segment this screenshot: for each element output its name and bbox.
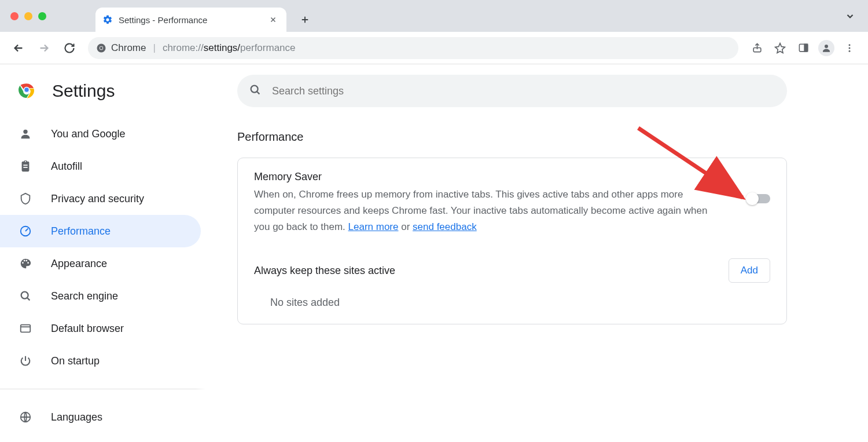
side-panel-button[interactable] xyxy=(793,38,814,59)
always-active-label: Always keep these sites active xyxy=(254,265,395,277)
nav-divider xyxy=(0,389,205,389)
nav-default-browser[interactable]: Default browser xyxy=(0,312,201,345)
memory-saver-toggle[interactable] xyxy=(747,194,770,203)
sidebar: Settings You and Google Autofill Privacy… xyxy=(0,64,205,442)
bookmark-button[interactable] xyxy=(770,38,790,59)
svg-point-18 xyxy=(251,86,258,93)
nav-label: Languages xyxy=(51,411,102,423)
settings-page: Settings You and Google Autofill Privacy… xyxy=(0,64,868,442)
avatar-icon xyxy=(818,40,834,56)
memory-saver-title: Memory Saver xyxy=(254,171,724,183)
palette-icon xyxy=(19,257,32,271)
nav-label: Appearance xyxy=(51,258,107,270)
nav-performance[interactable]: Performance xyxy=(0,215,201,247)
power-icon xyxy=(19,354,32,368)
learn-more-link[interactable]: Learn more xyxy=(348,221,399,232)
svg-point-2 xyxy=(100,46,103,49)
nav-label: Performance xyxy=(51,225,111,238)
tab-title: Settings - Performance xyxy=(119,15,267,25)
search-input[interactable] xyxy=(272,85,775,97)
window-controls xyxy=(10,0,46,32)
url-text: chrome://settings/performance xyxy=(163,42,296,54)
memory-saver-row: Memory Saver When on, Chrome frees up me… xyxy=(238,158,786,248)
reload-button[interactable] xyxy=(59,38,80,59)
nav-label: Privacy and security xyxy=(51,193,144,205)
browser-tab[interactable]: Settings - Performance xyxy=(95,8,286,32)
nav-appearance[interactable]: Appearance xyxy=(0,247,201,280)
window-fullscreen-button[interactable] xyxy=(38,12,46,20)
tabs-overflow-button[interactable] xyxy=(845,0,855,32)
nav-label: Search engine xyxy=(51,290,118,302)
url-scheme-label: Chrome xyxy=(111,42,146,54)
nav-languages[interactable]: Languages xyxy=(0,401,201,433)
svg-point-15 xyxy=(21,292,28,299)
svg-rect-16 xyxy=(21,325,31,333)
tab-strip: Settings - Performance xyxy=(0,0,868,32)
new-tab-button[interactable] xyxy=(295,9,315,30)
search-settings[interactable] xyxy=(237,75,787,107)
nav-autofill[interactable]: Autofill xyxy=(0,150,201,182)
content-area: Performance Memory Saver When on, Chrome… xyxy=(205,64,868,442)
share-button[interactable] xyxy=(746,38,767,59)
browser-toolbar: Chrome | chrome://settings/performance xyxy=(0,32,868,64)
menu-button[interactable] xyxy=(839,38,860,59)
forward-button[interactable] xyxy=(34,38,54,59)
section-title: Performance xyxy=(237,130,868,144)
svg-point-8 xyxy=(849,47,851,49)
clipboard-icon xyxy=(19,159,32,173)
svg-point-9 xyxy=(849,50,851,52)
settings-header: Settings xyxy=(0,75,205,118)
svg-point-7 xyxy=(849,44,851,46)
add-site-button[interactable]: Add xyxy=(729,258,770,283)
nav-search-engine[interactable]: Search engine xyxy=(0,280,201,312)
profile-button[interactable] xyxy=(816,38,837,59)
gear-icon xyxy=(102,14,113,25)
svg-point-13 xyxy=(23,130,27,134)
back-button[interactable] xyxy=(8,38,29,59)
send-feedback-link[interactable]: send feedback xyxy=(413,221,477,232)
performance-card: Memory Saver When on, Chrome frees up me… xyxy=(237,158,787,324)
nav-privacy[interactable]: Privacy and security xyxy=(0,182,201,215)
globe-icon xyxy=(19,410,32,424)
person-icon xyxy=(19,127,32,141)
always-active-row: Always keep these sites active Add xyxy=(238,248,786,288)
url-divider: | xyxy=(153,42,155,54)
nav-on-startup[interactable]: On startup xyxy=(0,345,201,377)
nav-label: Default browser xyxy=(51,323,124,335)
chrome-logo-icon xyxy=(17,81,36,101)
nav-you-and-google[interactable]: You and Google xyxy=(0,118,201,150)
window-close-button[interactable] xyxy=(10,12,19,20)
svg-rect-5 xyxy=(804,44,808,52)
nav-label: Autofill xyxy=(51,160,82,173)
nav-list: You and Google Autofill Privacy and secu… xyxy=(0,118,205,442)
chrome-icon: Chrome xyxy=(96,42,146,54)
nav-label: On startup xyxy=(51,355,100,367)
shield-icon xyxy=(19,192,32,206)
svg-point-6 xyxy=(825,45,828,48)
url-bar[interactable]: Chrome | chrome://settings/performance xyxy=(88,37,738,59)
window-minimize-button[interactable] xyxy=(24,12,32,20)
search-icon xyxy=(19,289,32,303)
close-tab-button[interactable] xyxy=(267,13,279,26)
memory-saver-description: When on, Chrome frees up memory from ina… xyxy=(254,187,724,235)
page-title: Settings xyxy=(52,81,115,101)
search-icon xyxy=(249,83,262,98)
speedometer-icon xyxy=(19,224,32,238)
toggle-knob xyxy=(746,192,759,205)
no-sites-message: No sites added xyxy=(238,288,786,324)
browser-icon xyxy=(19,322,32,335)
nav-label: You and Google xyxy=(51,128,125,140)
nav-downloads[interactable]: Downloads xyxy=(0,433,201,442)
